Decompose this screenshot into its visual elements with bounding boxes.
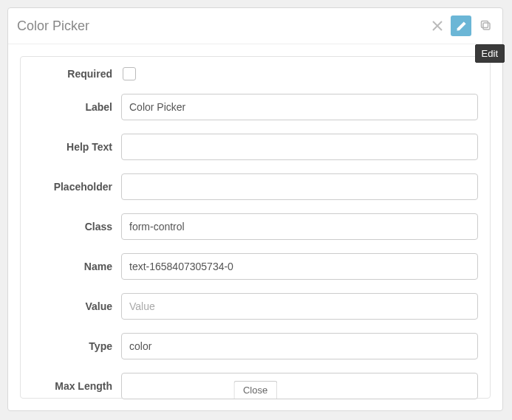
copy-icon[interactable] (476, 16, 496, 36)
maxlen-label: Max Length (33, 380, 121, 392)
svg-rect-0 (483, 23, 490, 30)
svg-rect-1 (482, 21, 488, 28)
help-label: Help Text (33, 141, 121, 153)
type-select[interactable] (121, 333, 478, 359)
edit-icon[interactable] (451, 16, 471, 36)
panel-header: Color Picker (8, 8, 502, 44)
panel-body: Required Label Help Text Placeholder (8, 44, 502, 410)
edit-tooltip: Edit (475, 44, 505, 63)
row-name: Name (33, 253, 478, 280)
maxlen-input[interactable] (121, 373, 478, 399)
label-input[interactable] (121, 94, 478, 120)
row-type: Type (33, 333, 478, 359)
row-help: Help Text (33, 134, 478, 160)
row-placeholder: Placeholder (33, 173, 478, 200)
footer: Close (233, 381, 277, 399)
panel-title: Color Picker (17, 18, 424, 34)
name-label: Name (33, 261, 121, 272)
field-config-panel: Color Picker Edit Required Label (7, 7, 503, 411)
value-label: Value (33, 300, 121, 312)
placeholder-label: Placeholder (33, 181, 121, 193)
placeholder-input[interactable] (121, 173, 478, 200)
class-label: Class (33, 221, 121, 233)
type-label: Type (33, 340, 121, 352)
close-icon[interactable] (429, 16, 446, 36)
value-input[interactable] (121, 293, 478, 320)
close-button[interactable]: Close (233, 381, 277, 399)
help-input[interactable] (121, 134, 478, 160)
row-label: Label (33, 94, 478, 120)
required-checkbox[interactable] (123, 67, 136, 80)
class-input[interactable] (121, 213, 478, 240)
name-input[interactable] (121, 253, 478, 280)
required-label: Required (33, 68, 121, 80)
row-class: Class (33, 213, 478, 240)
row-value: Value (33, 293, 478, 320)
label-label: Label (33, 101, 121, 113)
row-required: Required (33, 67, 478, 80)
form-inner: Required Label Help Text Placeholder (20, 56, 491, 399)
